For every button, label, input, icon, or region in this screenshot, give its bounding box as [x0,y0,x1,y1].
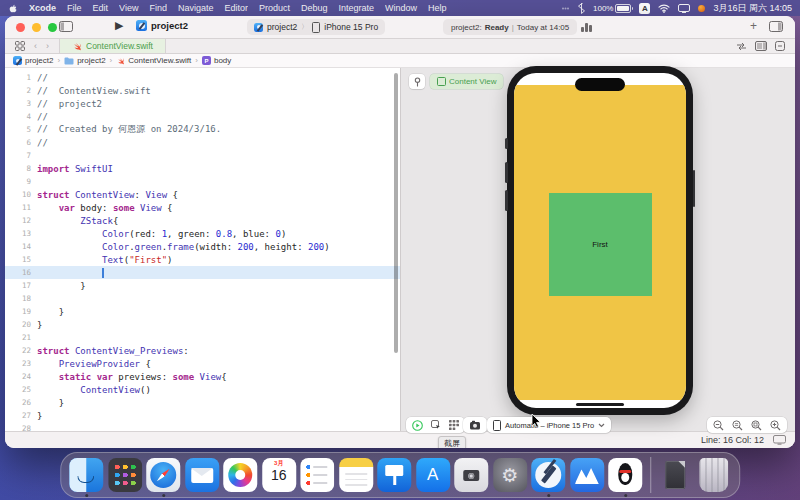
menu-file[interactable]: File [67,3,82,13]
wifi-icon[interactable] [658,4,670,13]
menubar-datetime[interactable]: 3月16日 周六 14:05 [713,2,792,15]
iphone-15-pro-preview[interactable]: First [507,66,693,415]
scheme-selector[interactable]: project2 〉 iPhone 15 Pro [247,19,385,35]
editor-scrollbar[interactable] [394,73,399,353]
menu-debug[interactable]: Debug [301,3,328,13]
display-mirroring-icon[interactable] [678,4,690,13]
code-line-12[interactable]: 12 ZStack{ [5,214,400,227]
zoom-out-icon[interactable] [713,420,724,431]
code-line-11[interactable]: 11 var body: some View { [5,201,400,214]
dock-notes[interactable] [339,458,373,492]
code-line-19[interactable]: 19 } [5,305,400,318]
code-line-17[interactable]: 17 } [5,279,400,292]
content-view-chip[interactable]: Content View [430,74,503,89]
dock-finder[interactable] [69,458,103,492]
go-forward-icon[interactable]: › [46,41,49,51]
breadcrumb-item-1[interactable]: project2 [64,56,105,65]
dock-photos[interactable] [223,458,257,492]
toggle-navigator-icon[interactable] [59,21,73,32]
code-line-16[interactable]: 16 [5,266,400,279]
dock-docfile[interactable] [658,458,692,492]
battery-indicator[interactable]: 100% [593,4,631,13]
code-line-13[interactable]: 13 Color(red: 1, green: 0.8, blue: 0) [5,227,400,240]
dock-xcode[interactable] [531,458,565,492]
code-line-4[interactable]: 4// [5,110,400,123]
code-line-20[interactable]: 20} [5,318,400,331]
dock-screenshot[interactable] [454,458,488,492]
zoom-in-icon[interactable] [770,420,781,431]
zoom-window-button[interactable] [48,23,57,32]
dock-trash[interactable] [697,458,731,492]
code-line-5[interactable]: 5// Created by 何恩源 on 2024/3/16. [5,123,400,136]
dock-keynote[interactable] [377,458,411,492]
menu-editor[interactable]: Editor [224,3,248,13]
code-line-24[interactable]: 24 static var previews: some View{ [5,370,400,383]
code-line-28[interactable]: 28 [5,422,400,431]
code-line-6[interactable]: 6// [5,136,400,149]
breadcrumb-item-0[interactable]: project2 [13,56,53,65]
preview-device-selector[interactable]: Automatic – iPhone 15 Pro [487,417,611,433]
code-line-14[interactable]: 14 Color.green.frame(width: 200, height:… [5,240,400,253]
toggle-inspector-icon[interactable] [769,21,783,32]
go-back-icon[interactable]: ‹ [34,41,37,51]
menu-integrate[interactable]: Integrate [339,3,375,13]
menu-product[interactable]: Product [259,3,290,13]
screenshot-button[interactable] [463,417,487,433]
close-editor-icon[interactable] [775,41,785,51]
library-add-button[interactable]: + [750,19,757,33]
menu-extra-icon[interactable] [561,4,570,13]
editor-options-icon[interactable] [755,41,767,51]
activity-icon[interactable] [581,22,592,32]
dock-reminders[interactable] [300,458,334,492]
dock-mountains[interactable] [570,458,604,492]
menu-edit[interactable]: Edit [93,3,109,13]
code-line-8[interactable]: 8import SwiftUI [5,162,400,175]
dock-launchpad[interactable] [108,458,142,492]
related-items-icon[interactable] [15,41,25,51]
code-line-22[interactable]: 22struct ContentView_Previews: [5,344,400,357]
menu-status-dot-icon[interactable] [698,5,705,12]
dock-safari[interactable] [146,458,180,492]
code-line-1[interactable]: 1// [5,71,400,84]
code-line-9[interactable]: 9 [5,175,400,188]
code-line-21[interactable]: 21 [5,331,400,344]
bluetooth-icon[interactable] [578,3,585,14]
code-line-10[interactable]: 10struct ContentView: View { [5,188,400,201]
swap-editor-icon[interactable] [736,42,747,51]
code-line-2[interactable]: 2// ContentView.swift [5,84,400,97]
zoom-100-icon[interactable] [732,420,743,431]
build-status[interactable]: project2: Ready | Today at 14:05 [443,19,577,35]
selectable-preview-button[interactable] [431,420,441,430]
tab-contentview-swift[interactable]: ContentView.swift [59,39,166,53]
close-button[interactable] [16,23,25,32]
menu-view[interactable]: View [119,3,138,13]
breadcrumb-item-3[interactable]: Pbody [202,56,231,65]
code-line-7[interactable]: 7 [5,149,400,162]
code-line-26[interactable]: 26 } [5,396,400,409]
code-line-25[interactable]: 25 ContentView() [5,383,400,396]
input-method-icon[interactable]: A [639,3,650,14]
minimize-button[interactable] [32,23,41,32]
code-line-23[interactable]: 23 PreviewProvider { [5,357,400,370]
apple-logo-icon[interactable] [8,3,18,14]
breadcrumb-item-2[interactable]: ContentView.swift [116,56,191,65]
code-line-27[interactable]: 27} [5,409,400,422]
menu-navigate[interactable]: Navigate [178,3,214,13]
pin-preview-button[interactable] [409,74,425,89]
dock-mail[interactable] [185,458,219,492]
variants-grid-icon[interactable] [449,420,459,430]
menu-help[interactable]: Help [428,3,447,13]
dock-calendar[interactable]: 3月16 [262,458,296,492]
menu-window[interactable]: Window [385,3,417,13]
dock-settings[interactable]: ⚙ [493,458,527,492]
live-preview-button[interactable] [412,420,423,431]
menu-find[interactable]: Find [149,3,167,13]
dock-appstore[interactable]: A [416,458,450,492]
dock-qq[interactable] [608,458,642,492]
code-line-18[interactable]: 18 [5,292,400,305]
code-line-3[interactable]: 3// project2 [5,97,400,110]
code-line-15[interactable]: 15 Text("First") [5,253,400,266]
display-icon[interactable] [773,435,786,445]
menu-app-xcode[interactable]: Xcode [29,3,56,13]
zoom-fit-icon[interactable] [751,420,762,431]
